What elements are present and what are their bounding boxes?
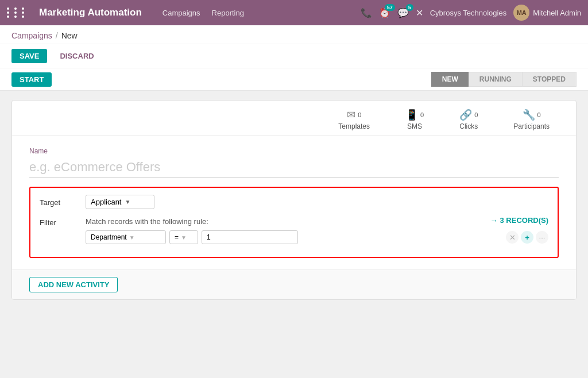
campaign-card: ✉ 0 Templates 📱 0 SMS 🔗 0 Clicks bbox=[11, 100, 577, 300]
company-name: Cybrosys Technologies bbox=[430, 9, 506, 17]
target-value: Applicant bbox=[91, 198, 121, 206]
card-footer: ADD NEW ACTIVITY bbox=[12, 269, 576, 299]
activity-icon[interactable]: ⏰ 57 bbox=[379, 7, 390, 18]
filter-condition-row: Department ▼ = ▼ ✕ + ··· bbox=[86, 230, 548, 244]
discard-button[interactable]: DISCARD bbox=[52, 49, 102, 63]
step-stopped[interactable]: STOPPED bbox=[522, 72, 577, 87]
tab-clicks[interactable]: 🔗 0 Clicks bbox=[450, 105, 487, 135]
filter-description: Match records with the following rule: bbox=[86, 215, 208, 226]
target-filter-box: Target Applicant ▼ Filter Match records … bbox=[29, 187, 559, 258]
target-row: Target Applicant ▼ bbox=[40, 195, 548, 209]
add-activity-button[interactable]: ADD NEW ACTIVITY bbox=[29, 277, 118, 292]
phone-icon[interactable]: 📞 bbox=[361, 7, 372, 18]
tabs-row: ✉ 0 Templates 📱 0 SMS 🔗 0 Clicks bbox=[12, 101, 576, 136]
status-steps: NEW RUNNING STOPPED bbox=[431, 72, 577, 87]
filter-label: Filter bbox=[40, 215, 80, 227]
filter-row: Filter Match records with the following … bbox=[40, 215, 548, 244]
clicks-label: Clicks bbox=[459, 122, 478, 130]
target-select[interactable]: Applicant ▼ bbox=[86, 195, 154, 209]
form-section: Name Target Applicant ▼ Filter bbox=[12, 136, 576, 269]
breadcrumb-parent[interactable]: Campaigns bbox=[11, 31, 52, 40]
filter-value-input[interactable] bbox=[202, 230, 298, 244]
breadcrumb: Campaigns / New bbox=[0, 25, 588, 44]
sms-label: SMS bbox=[407, 122, 422, 130]
filter-content: Match records with the following rule: →… bbox=[86, 215, 548, 244]
filter-op-select[interactable]: = ▼ bbox=[169, 230, 198, 244]
templates-label: Templates bbox=[338, 122, 370, 130]
name-label: Name bbox=[29, 147, 559, 155]
nav-campaigns[interactable]: Campaigns bbox=[163, 9, 200, 17]
filter-field-arrow: ▼ bbox=[129, 234, 135, 241]
participants-icon: 🔧 bbox=[523, 109, 535, 121]
templates-icon: ✉ bbox=[347, 109, 355, 121]
topnav: Marketing Automation Campaigns Reporting… bbox=[0, 0, 588, 25]
filter-add-icon[interactable]: + bbox=[521, 231, 533, 244]
messages-badge: 5 bbox=[406, 4, 413, 11]
save-button[interactable]: SAVE bbox=[11, 49, 47, 63]
name-input[interactable] bbox=[29, 157, 559, 178]
activity-badge: 57 bbox=[385, 4, 395, 11]
status-bar: START NEW RUNNING STOPPED bbox=[0, 68, 588, 91]
avatar: MA bbox=[513, 5, 529, 21]
filter-op-value: = bbox=[175, 233, 179, 241]
brand-title: Marketing Automation bbox=[39, 7, 142, 18]
breadcrumb-separator: / bbox=[56, 31, 58, 40]
company-selector[interactable]: Cybrosys Technologies bbox=[430, 9, 506, 17]
user-name: Mitchell Admin bbox=[533, 9, 581, 17]
templates-count: 0 bbox=[358, 111, 361, 118]
sms-count: 0 bbox=[420, 111, 424, 118]
target-content: Applicant ▼ bbox=[86, 195, 548, 209]
records-arrow: → bbox=[490, 216, 497, 225]
step-new[interactable]: NEW bbox=[431, 72, 469, 87]
main-content: ✉ 0 Templates 📱 0 SMS 🔗 0 Clicks bbox=[0, 91, 588, 309]
records-text: 3 RECORD(S) bbox=[500, 216, 548, 225]
close-icon[interactable]: ✕ bbox=[416, 7, 423, 18]
step-running[interactable]: RUNNING bbox=[469, 72, 522, 87]
user-menu[interactable]: MA Mitchell Admin bbox=[513, 5, 581, 21]
toolbar: SAVE DISCARD bbox=[0, 44, 588, 68]
filter-delete-icon[interactable]: ✕ bbox=[506, 231, 519, 244]
target-arrow-icon: ▼ bbox=[125, 199, 130, 205]
filter-op-arrow: ▼ bbox=[181, 234, 187, 241]
messages-icon[interactable]: 💬 5 bbox=[397, 7, 409, 18]
topnav-links: Campaigns Reporting bbox=[163, 9, 351, 17]
participants-label: Participants bbox=[513, 122, 550, 130]
clicks-icon: 🔗 bbox=[459, 109, 472, 121]
filter-actions: ✕ + ··· bbox=[506, 231, 548, 244]
clicks-count: 0 bbox=[474, 111, 478, 118]
nav-reporting[interactable]: Reporting bbox=[212, 9, 244, 17]
topnav-icons: 📞 ⏰ 57 💬 5 ✕ Cybrosys Technologies MA Mi… bbox=[361, 5, 581, 21]
filter-field-select[interactable]: Department ▼ bbox=[86, 230, 166, 244]
filter-more-icon[interactable]: ··· bbox=[536, 231, 548, 244]
start-button[interactable]: START bbox=[11, 72, 52, 87]
sms-icon: 📱 bbox=[405, 109, 418, 121]
tab-participants[interactable]: 🔧 0 Participants bbox=[504, 105, 559, 135]
target-label: Target bbox=[40, 195, 80, 207]
tab-templates[interactable]: ✉ 0 Templates bbox=[329, 105, 379, 135]
apps-menu-icon[interactable] bbox=[7, 7, 28, 18]
participants-count: 0 bbox=[537, 111, 541, 118]
breadcrumb-current: New bbox=[61, 31, 78, 40]
records-link[interactable]: → 3 RECORD(S) bbox=[490, 216, 548, 225]
tab-sms[interactable]: 📱 0 SMS bbox=[396, 105, 433, 135]
filter-field-value: Department bbox=[91, 233, 127, 241]
